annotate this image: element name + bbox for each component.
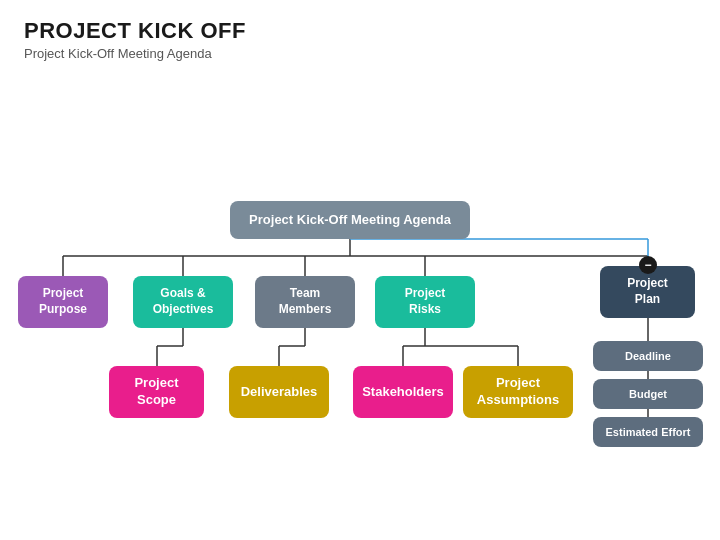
- header: PROJECT KICK OFF Project Kick-Off Meetin…: [0, 0, 720, 67]
- sub-title: Project Kick-Off Meeting Agenda: [24, 46, 696, 61]
- node-assumptions[interactable]: ProjectAssumptions: [463, 366, 573, 418]
- node-goals[interactable]: Goals &Objectives: [133, 276, 233, 328]
- collapse-button[interactable]: −: [639, 256, 657, 274]
- root-node: Project Kick-Off Meeting Agenda: [230, 201, 470, 239]
- node-stakeholders[interactable]: Stakeholders: [353, 366, 453, 418]
- node-deliverables[interactable]: Deliverables: [229, 366, 329, 418]
- diagram-area: Project Kick-Off Meeting Agenda ProjectP…: [0, 71, 720, 531]
- node-team[interactable]: TeamMembers: [255, 276, 355, 328]
- node-budget[interactable]: Budget: [593, 379, 703, 409]
- node-purpose[interactable]: ProjectPurpose: [18, 276, 108, 328]
- main-title: PROJECT KICK OFF: [24, 18, 696, 44]
- node-effort[interactable]: Estimated Effort: [593, 417, 703, 447]
- node-deadline[interactable]: Deadline: [593, 341, 703, 371]
- node-scope[interactable]: ProjectScope: [109, 366, 204, 418]
- node-risks[interactable]: ProjectRisks: [375, 276, 475, 328]
